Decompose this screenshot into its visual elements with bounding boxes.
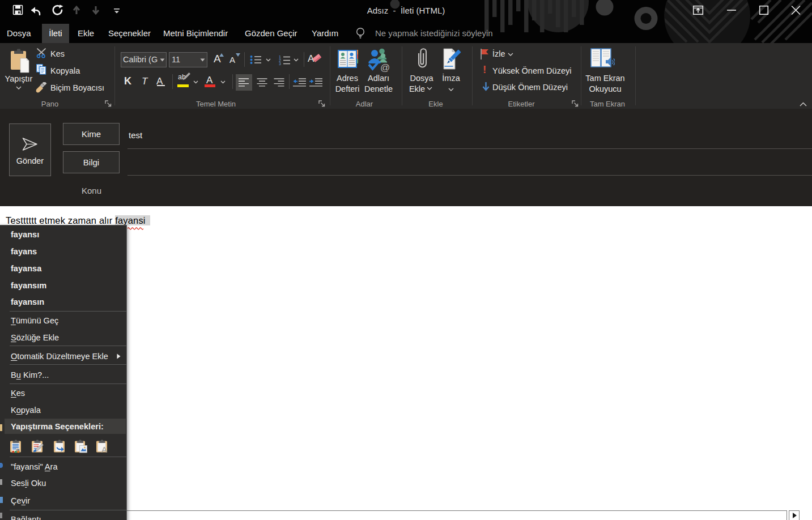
svg-text:3: 3 (279, 62, 281, 65)
svg-text:A: A (101, 445, 107, 453)
svg-text:@: @ (380, 62, 390, 72)
